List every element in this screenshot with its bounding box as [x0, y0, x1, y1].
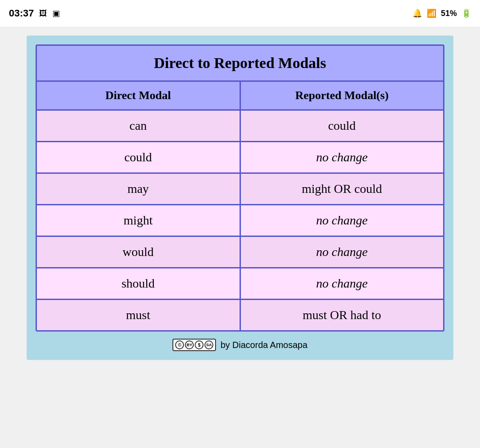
battery-icon: 🔋 [461, 8, 471, 18]
reported-modal-cell: no change [241, 237, 444, 267]
modals-table: Direct to Reported Modals Direct Modal R… [36, 44, 444, 332]
table-row: shouldno change [37, 268, 443, 300]
wifi-icon: 📶 [427, 8, 436, 18]
reported-modal-cell: must OR had to [241, 300, 444, 330]
table-row: cancould [37, 111, 443, 142]
direct-modal-cell: might [37, 205, 241, 236]
direct-modal-cell: may [37, 174, 241, 204]
cc-license-badge: © BY $ SA [172, 339, 216, 351]
reported-modal-cell: no change [241, 142, 444, 172]
alarm-icon: 🔔 [412, 8, 422, 18]
cc-nc-icon: $ [195, 340, 204, 349]
status-time: 03:37 [9, 8, 34, 19]
reported-modal-cell: no change [241, 205, 444, 236]
direct-modal-cell: must [37, 300, 241, 330]
table-title: Direct to Reported Modals [37, 46, 443, 82]
status-left: 03:37 🖼 ▣ [9, 8, 60, 19]
media-icon: ▣ [52, 8, 60, 18]
cc-sa-icon: SA [204, 340, 213, 349]
direct-modal-cell: can [37, 111, 241, 141]
cc-icon: © [175, 340, 184, 349]
direct-modal-cell: would [37, 237, 241, 267]
direct-modal-cell: could [37, 142, 241, 172]
table-row: maymight OR could [37, 174, 443, 205]
table-row: mustmust OR had to [37, 300, 443, 330]
table-row: couldno change [37, 142, 443, 174]
status-bar: 03:37 🖼 ▣ 🔔 📶 51% 🔋 [0, 0, 480, 27]
battery-percent: 51% [441, 9, 457, 18]
table-row: mightno change [37, 205, 443, 237]
reported-modal-cell: no change [241, 268, 444, 299]
image-icon: 🖼 [39, 9, 47, 18]
cc-by-icon: BY [185, 340, 194, 349]
reported-modal-cell: could [241, 111, 444, 141]
table-body: cancouldcouldno changemaymight OR couldm… [37, 111, 443, 330]
col2-header: Reported Modal(s) [241, 82, 444, 109]
direct-modal-cell: should [37, 268, 241, 299]
reported-modal-cell: might OR could [241, 174, 444, 204]
col1-header: Direct Modal [37, 82, 241, 109]
page-background: Direct to Reported Modals Direct Modal R… [27, 36, 453, 360]
footer-text: by Diacorda Amosapa [220, 340, 308, 350]
table-header-row: Direct Modal Reported Modal(s) [37, 82, 443, 111]
footer: © BY $ SA by Diacorda Amosapa [36, 339, 444, 351]
status-right: 🔔 📶 51% 🔋 [412, 8, 471, 18]
table-row: wouldno change [37, 237, 443, 268]
